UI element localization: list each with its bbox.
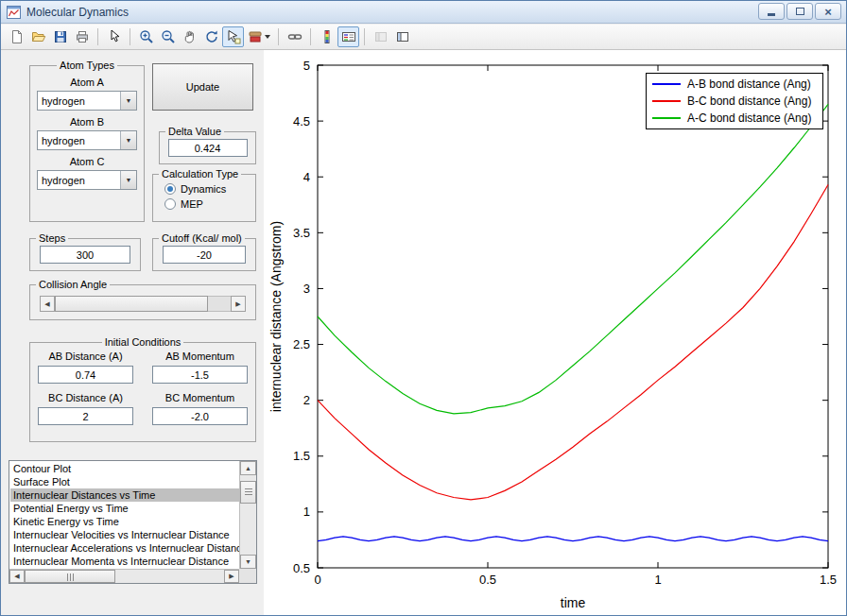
scroll-right-icon[interactable]: ▶	[224, 570, 239, 583]
ab-distance-input[interactable]	[38, 366, 133, 384]
toolbar-separator	[97, 28, 98, 45]
hscroll-thumb[interactable]	[25, 570, 115, 583]
legend-label: A-B bond distance (Ang)	[687, 77, 811, 91]
window-title: Molecular Dynamics	[26, 6, 129, 19]
svg-text:4.5: 4.5	[293, 114, 310, 128]
insert-legend-icon[interactable]	[337, 26, 359, 47]
link-plot-icon[interactable]	[284, 26, 305, 47]
chevron-down-icon[interactable]: ▼	[120, 171, 136, 189]
list-item[interactable]: Internuclear Velocities vs Internuclear …	[10, 528, 239, 541]
print-figure-icon[interactable]	[71, 26, 93, 47]
open-file-icon[interactable]	[27, 26, 49, 47]
list-item[interactable]: Contour Plot	[10, 462, 239, 475]
brush-icon[interactable]	[244, 26, 273, 47]
svg-text:1.5: 1.5	[820, 573, 837, 587]
legend-entry: A-B bond distance (Ang)	[652, 77, 817, 91]
cutoff-input[interactable]	[163, 246, 246, 264]
listbox-hscrollbar[interactable]: ◀ ▶	[9, 569, 239, 583]
chevron-down-icon[interactable]: ▼	[120, 92, 136, 110]
svg-text:5: 5	[303, 59, 310, 73]
svg-text:3: 3	[303, 282, 310, 296]
scroll-left-icon[interactable]: ◀	[9, 570, 25, 583]
slider-thumb[interactable]	[55, 296, 208, 312]
legend-entry: A-C bond distance (Ang)	[652, 111, 817, 125]
calculation-type-title: Calculation Type	[159, 168, 241, 180]
scroll-down-icon[interactable]: ▼	[240, 555, 256, 569]
data-cursor-icon[interactable]	[222, 26, 244, 47]
plot-type-listbox[interactable]: Contour PlotSurface PlotInternuclear Dis…	[9, 460, 257, 584]
bc-distance-label: BC Distance (A)	[38, 392, 133, 403]
svg-text:0: 0	[314, 573, 320, 587]
scroll-up-icon[interactable]: ▲	[240, 461, 256, 475]
insert-colorbar-icon[interactable]	[316, 26, 337, 47]
radio-icon[interactable]	[164, 183, 176, 195]
delta-value-input[interactable]	[168, 139, 248, 157]
toolbar-separator	[364, 28, 365, 45]
collision-angle-title: Collision Angle	[36, 279, 110, 290]
radio-mep-label: MEP	[181, 198, 203, 210]
list-item[interactable]: Kinetic Energy vs Time	[10, 515, 239, 528]
figure-content: 00.511.50.511.522.533.544.55timeinternuc…	[1, 50, 847, 616]
radio-dynamics[interactable]: Dynamics	[164, 183, 250, 195]
initial-conditions-panel: Initial Conditions AB Distance (A) AB Mo…	[29, 336, 256, 442]
atom-types-title: Atom Types	[57, 60, 117, 71]
chart-legend[interactable]: A-B bond distance (Ang) B-C bond distanc…	[646, 73, 823, 129]
slider-track[interactable]	[55, 296, 231, 312]
save-figure-icon[interactable]	[49, 26, 71, 47]
minimize-icon	[768, 13, 775, 16]
list-item[interactable]: Internuclear Momenta vs Internuclear Dis…	[10, 555, 239, 568]
ab-momentum-label: AB Momentum	[152, 351, 248, 362]
radio-icon[interactable]	[164, 198, 176, 210]
toolbar-separator	[278, 28, 279, 45]
collision-angle-slider[interactable]: ◀ ▶	[40, 296, 246, 312]
rotate-3d-icon[interactable]	[200, 26, 222, 47]
new-figure-icon[interactable]	[6, 26, 27, 47]
initial-conditions-title: Initial Conditions	[102, 336, 184, 348]
maximize-button[interactable]	[786, 3, 813, 20]
atom-a-dropdown[interactable]: hydrogen ▼	[37, 91, 137, 111]
window-controls: ×	[758, 3, 841, 20]
zoom-out-icon[interactable]	[157, 26, 179, 47]
listbox-vscrollbar[interactable]: ▲ ▼	[239, 461, 256, 569]
update-button[interactable]: Update	[152, 63, 253, 111]
atom-b-label: Atom B	[36, 116, 138, 128]
scroll-right-icon[interactable]: ▶	[231, 296, 246, 312]
steps-input[interactable]	[40, 246, 130, 264]
zoom-in-icon[interactable]	[135, 26, 157, 47]
toolbar-separator	[310, 28, 311, 45]
bc-momentum-input[interactable]	[152, 407, 248, 425]
app-window: Molecular Dynamics × 00.511.	[0, 0, 847, 616]
ab-momentum-input[interactable]	[152, 366, 248, 384]
delta-value-title: Delta Value	[165, 126, 224, 137]
svg-text:1: 1	[654, 573, 661, 587]
close-icon: ×	[824, 6, 832, 18]
minimize-button[interactable]	[758, 3, 785, 20]
chart-plot[interactable]: 00.511.50.511.522.533.544.55timeinternuc…	[264, 50, 847, 616]
toolbar-separator	[130, 28, 130, 45]
show-plot-tools-icon[interactable]	[391, 26, 413, 47]
maximize-icon	[796, 8, 804, 15]
svg-text:internuclear distance (Angstro: internuclear distance (Angstrom)	[268, 221, 284, 412]
bc-momentum-label: BC Momentum	[152, 392, 248, 403]
bc-distance-input[interactable]	[38, 407, 133, 425]
chevron-down-icon[interactable]: ▼	[120, 131, 136, 149]
atom-b-dropdown[interactable]: hydrogen ▼	[37, 130, 137, 150]
scroll-left-icon[interactable]: ◀	[40, 296, 55, 312]
list-item[interactable]: Internuclear Distances vs Time	[10, 488, 239, 502]
calculation-type-panel: Calculation Type Dynamics MEP	[152, 168, 256, 222]
edit-plot-icon[interactable]	[103, 26, 125, 47]
steps-panel: Steps	[29, 232, 141, 271]
atom-a-label: Atom A	[36, 77, 138, 88]
radio-mep[interactable]: MEP	[164, 198, 250, 210]
list-item[interactable]: Internuclear Accelerations vs Internucle…	[10, 541, 239, 555]
vscroll-thumb[interactable]	[240, 481, 256, 504]
cutoff-title: Cutoff (Kcal/ mol)	[159, 232, 245, 244]
list-item[interactable]: Potential Energy vs Time	[10, 502, 239, 515]
radio-dynamics-label: Dynamics	[181, 183, 226, 195]
close-button[interactable]: ×	[815, 3, 841, 20]
dropdown-caret-icon[interactable]	[265, 35, 270, 39]
pan-icon[interactable]	[179, 26, 200, 47]
hide-plot-tools-icon[interactable]	[370, 26, 391, 47]
list-item[interactable]: Surface Plot	[10, 475, 239, 488]
atom-c-dropdown[interactable]: hydrogen ▼	[37, 170, 137, 190]
